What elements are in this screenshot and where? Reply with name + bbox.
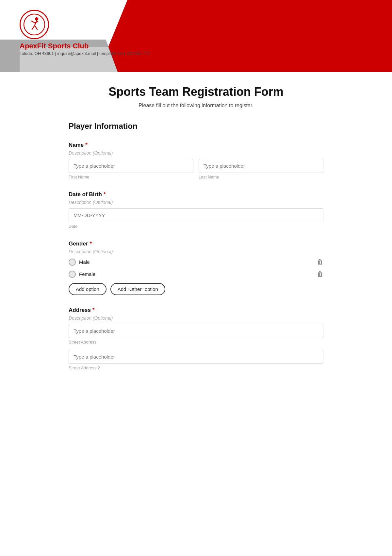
street2-wrapper: Street Address 2 — [69, 350, 323, 370]
gender-field-group: Gender * Description (Optional) Male 🗑 F… — [69, 241, 323, 295]
brand-info: Toledo, OH 43601 | inquire@apexfit.mail … — [20, 51, 150, 56]
street2-input[interactable] — [69, 350, 323, 364]
gender-label: Gender * — [69, 241, 323, 247]
delete-female-icon[interactable]: 🗑 — [317, 270, 323, 278]
name-required-star: * — [85, 142, 88, 148]
logo-container: ApexFit Sports Club Toledo, OH 43601 | i… — [20, 10, 372, 56]
gender-description: Description (Optional) — [69, 249, 323, 254]
dob-input-wrapper: Date — [69, 208, 323, 229]
dob-sublabel: Date — [69, 224, 323, 229]
svg-line-5 — [31, 21, 35, 23]
add-other-option-button[interactable]: Add "Other" option — [110, 283, 165, 295]
last-name-input[interactable] — [199, 159, 323, 173]
dob-input[interactable] — [69, 208, 323, 222]
brand-name: ApexFit Sports Club — [20, 42, 89, 50]
name-label: Name * — [69, 142, 323, 148]
form-subtitle: Please fill out the following informatio… — [69, 103, 323, 109]
street2-sublabel: Street Address 2 — [69, 365, 323, 370]
dob-label: Date of Birth * — [69, 191, 323, 198]
street1-input[interactable] — [69, 324, 323, 338]
radio-circle-female[interactable] — [69, 271, 76, 278]
dob-required-star: * — [104, 191, 106, 198]
delete-male-icon[interactable]: 🗑 — [317, 258, 323, 266]
svg-line-3 — [32, 25, 35, 29]
header: ApexFit Sports Club Toledo, OH 43601 | i… — [0, 0, 392, 72]
address-label: Address * — [69, 307, 323, 313]
dob-field-group: Date of Birth * Description (Optional) D… — [69, 191, 323, 229]
name-field-group: Name * Description (Optional) First Name… — [69, 142, 323, 179]
header-content: ApexFit Sports Club Toledo, OH 43601 | i… — [0, 0, 392, 66]
name-description: Description (Optional) — [69, 150, 323, 156]
section-heading: Player Information — [69, 122, 323, 132]
last-name-sublabel: Last Name — [199, 175, 323, 179]
address-description: Description (Optional) — [69, 315, 323, 321]
dob-description: Description (Optional) — [69, 200, 323, 205]
svg-point-0 — [24, 14, 45, 35]
first-name-wrapper: First Name — [69, 159, 193, 179]
radio-label-male: Male — [79, 259, 90, 265]
radio-left-female: Female — [69, 271, 95, 278]
last-name-wrapper: Last Name — [199, 159, 323, 179]
gender-required-star: * — [90, 241, 92, 247]
gender-option-male: Male 🗑 — [69, 258, 323, 266]
radio-circle-male[interactable] — [69, 259, 76, 266]
street1-sublabel: Street Address — [69, 340, 323, 345]
name-input-row: First Name Last Name — [69, 159, 323, 179]
address-field-group: Address * Description (Optional) Street … — [69, 307, 323, 370]
street1-wrapper: Street Address — [69, 324, 323, 345]
first-name-input[interactable] — [69, 159, 193, 173]
svg-line-4 — [35, 25, 37, 29]
radio-left-male: Male — [69, 259, 90, 266]
gender-option-female: Female 🗑 — [69, 270, 323, 278]
main-content: Sports Team Registration Form Please fil… — [49, 72, 343, 408]
radio-label-female: Female — [79, 271, 95, 277]
address-required-star: * — [92, 307, 95, 313]
add-option-row: Add option Add "Other" option — [69, 283, 323, 295]
add-option-button[interactable]: Add option — [69, 283, 106, 295]
first-name-sublabel: First Name — [69, 175, 193, 179]
form-title: Sports Team Registration Form — [69, 85, 323, 99]
svg-point-1 — [35, 17, 38, 21]
logo — [20, 10, 49, 39]
